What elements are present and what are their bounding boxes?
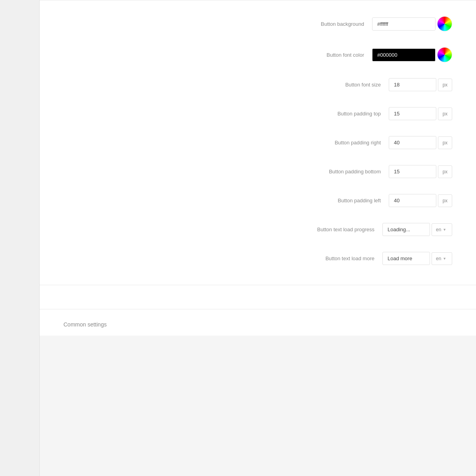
color-wheel-icon: [438, 48, 452, 62]
button-font-size-unit: px: [438, 79, 452, 91]
button-text-load-progress-control: en ▼: [382, 223, 452, 236]
button-padding-right-input[interactable]: [389, 136, 436, 149]
button-text-load-more-input[interactable]: [382, 252, 430, 265]
button-font-color-picker[interactable]: [437, 47, 452, 62]
button-padding-top-control: px: [389, 107, 452, 120]
button-padding-left-input[interactable]: [389, 194, 436, 207]
button-font-color-row: Button font color: [63, 39, 452, 70]
chevron-down-icon: ▼: [443, 228, 446, 232]
color-wheel-icon: [438, 17, 452, 31]
gray-background-area: [40, 336, 476, 476]
button-text-load-more-lang-select[interactable]: en ▼: [432, 252, 452, 265]
button-padding-right-label: Button padding right: [317, 140, 381, 146]
button-background-input[interactable]: [372, 17, 436, 31]
button-padding-left-control: px: [389, 194, 452, 207]
button-font-color-control: [372, 47, 452, 62]
button-padding-top-unit: px: [438, 107, 452, 120]
button-padding-bottom-label: Button padding bottom: [317, 169, 381, 175]
button-background-control: [372, 16, 452, 31]
button-text-load-more-label: Button text load more: [311, 255, 374, 261]
button-font-size-control: px: [389, 78, 452, 91]
button-text-load-progress-lang-select[interactable]: en ▼: [432, 223, 452, 236]
button-padding-top-input[interactable]: [389, 107, 436, 120]
button-padding-right-unit: px: [438, 136, 452, 149]
left-sidebar: [0, 0, 40, 476]
button-padding-right-control: px: [389, 136, 452, 149]
button-padding-right-row: Button padding right px: [63, 128, 452, 157]
button-font-color-input[interactable]: [372, 48, 436, 61]
button-font-color-label: Button font color: [301, 52, 364, 58]
lang-value: en: [436, 256, 441, 261]
lang-value: en: [436, 227, 441, 232]
button-background-label: Button background: [301, 21, 364, 27]
common-settings-title: Common settings: [63, 313, 452, 332]
button-text-load-more-row: Button text load more en ▼: [63, 244, 452, 273]
common-settings-section: Common settings: [40, 309, 476, 336]
button-background-row: Button background: [63, 8, 452, 39]
button-padding-bottom-control: px: [389, 165, 452, 178]
button-padding-left-label: Button padding left: [317, 198, 381, 203]
button-padding-bottom-row: Button padding bottom px: [63, 157, 452, 186]
button-text-load-progress-label: Button text load progress: [311, 226, 374, 232]
chevron-down-icon: ▼: [443, 257, 446, 261]
button-font-size-label: Button font size: [317, 82, 381, 88]
button-padding-left-row: Button padding left px: [63, 186, 452, 215]
button-background-color-picker[interactable]: [437, 16, 452, 31]
spacer: [40, 285, 476, 309]
button-padding-left-unit: px: [438, 194, 452, 207]
main-content: Button background Button font color: [40, 0, 476, 476]
button-font-size-row: Button font size px: [63, 70, 452, 99]
button-text-load-more-control: en ▼: [382, 252, 452, 265]
button-padding-top-row: Button padding top px: [63, 99, 452, 128]
button-padding-top-label: Button padding top: [317, 111, 381, 117]
button-text-load-progress-input[interactable]: [382, 223, 430, 236]
button-text-load-progress-row: Button text load progress en ▼: [63, 215, 452, 244]
button-padding-bottom-unit: px: [438, 165, 452, 178]
button-padding-bottom-input[interactable]: [389, 165, 436, 178]
settings-section: Button background Button font color: [40, 0, 476, 285]
button-font-size-input[interactable]: [389, 78, 436, 91]
